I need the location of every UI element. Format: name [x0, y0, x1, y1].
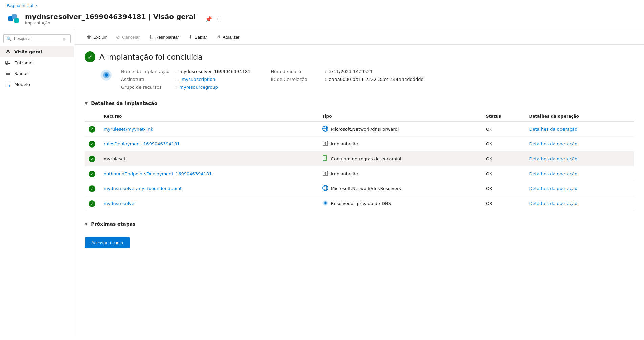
type-cell: Implantação — [318, 166, 482, 181]
resource-link[interactable]: mydnsresolver/myinboundendpoint — [104, 186, 182, 191]
sidebar-modelo-icon — [5, 82, 11, 87]
deployment-details-header[interactable]: ▼ Detalhes da implantação — [85, 100, 634, 106]
svg-rect-4 — [6, 61, 8, 64]
grupo-link[interactable]: myresourcegroup — [179, 85, 218, 90]
row-status-cell: ✓ — [85, 122, 99, 137]
nome-label: Nome da implantação — [121, 69, 175, 74]
sidebar-item-visao-geral[interactable]: Visão geral — [0, 46, 74, 57]
breadcrumb-home[interactable]: Página Inicial — [7, 3, 33, 8]
row-status-cell: ✓ — [85, 166, 99, 181]
operation-details-link[interactable]: Detalhes da operação — [529, 156, 577, 161]
excluir-label: Excluir — [93, 35, 107, 40]
details-chevron-icon: ▼ — [85, 101, 88, 106]
reimplantar-button[interactable]: ⇅ Reimplantar — [145, 32, 183, 42]
more-icon[interactable]: ··· — [215, 15, 223, 24]
status-cell: OK — [482, 196, 525, 211]
search-input[interactable] — [14, 36, 59, 41]
resource-link[interactable]: mydnsresolver — [104, 201, 136, 206]
assinatura-row: Assinatura : _mysubscription — [121, 77, 250, 82]
excluir-button[interactable]: 🗑 Excluir — [83, 32, 111, 42]
cancelar-label: Cancelar — [122, 35, 140, 40]
collapse-icon[interactable]: « — [61, 36, 68, 41]
operation-details-cell: Detalhes da operação — [525, 166, 634, 181]
operation-details-link[interactable]: Detalhes da operação — [529, 141, 577, 146]
svg-point-19 — [105, 73, 108, 77]
correlacao-label: ID de Correlação — [271, 77, 325, 82]
toolbar: 🗑 Excluir ⊘ Cancelar ⇅ Reimplantar ⬇ Bai… — [74, 29, 644, 45]
table-row: ✓ myruleset Conjunto de regras de encami… — [85, 152, 634, 166]
svg-point-36 — [325, 202, 326, 204]
header-actions: 📌 ··· — [204, 15, 223, 24]
svg-point-3 — [7, 50, 9, 52]
details-section-title: Detalhes da implantação — [91, 100, 157, 106]
row-status-cell: ✓ — [85, 152, 99, 166]
download-icon: ⬇ — [188, 34, 192, 40]
table-row: ✓ outboundEndpointsDeployment_1699046394… — [85, 166, 634, 181]
check-icon: ✓ — [89, 200, 95, 207]
next-steps-title: Próximas etapas — [91, 221, 135, 227]
assinatura-label: Assinatura — [121, 77, 175, 82]
operation-details-cell: Detalhes da operação — [525, 122, 634, 137]
baixar-button[interactable]: ⬇ Baixar — [184, 32, 211, 42]
assinatura-link[interactable]: _mysubscription — [179, 77, 215, 82]
table-row: ✓ mydnsresolver/myinboundendpoint Micros… — [85, 181, 634, 196]
success-title: A implantação foi concluída — [99, 53, 203, 61]
sidebar-visao-geral-label: Visão geral — [14, 49, 42, 54]
success-icon: ✓ — [85, 51, 95, 62]
page-header-icon — [7, 12, 20, 26]
cancel-icon: ⊘ — [116, 34, 120, 40]
resource-link[interactable]: rulesDeployment_1699046394181 — [104, 141, 180, 146]
row-status-cell: ✓ — [85, 196, 99, 211]
pin-icon[interactable]: 📌 — [204, 15, 213, 24]
type-label: Resolvedor privado de DNS — [331, 201, 391, 206]
sidebar-item-saidas[interactable]: Saídas — [0, 68, 74, 79]
svg-rect-2 — [14, 18, 19, 23]
col-detalhes-header: Detalhes da operação — [525, 111, 634, 122]
search-icon: 🔍 — [6, 36, 12, 41]
type-cell: Microsoft.Network/dnsForwardi — [318, 122, 482, 137]
content-area: ✓ A implantação foi concluída — [74, 45, 644, 255]
sidebar-entradas-label: Entradas — [14, 60, 34, 65]
resource-cell: myruleset — [99, 152, 318, 166]
deployment-table: Recurso Tipo Status Detalhes da operação… — [85, 111, 634, 211]
row-status-cell: ✓ — [85, 137, 99, 152]
page-title: mydnsresolver_1699046394181 | Visão gera… — [25, 13, 196, 21]
table-row: ✓ mydnsresolver Resolvedor privado de DN… — [85, 196, 634, 211]
atualizar-button[interactable]: ↺ Atualizar — [212, 32, 244, 42]
sidebar-search-container: 🔍 « — [3, 34, 71, 43]
sidebar-item-entradas[interactable]: Entradas — [0, 57, 74, 68]
col-status-label-header: Status — [482, 111, 525, 122]
info-right: Hora de início : 3/11/2023 14:20:21 ID d… — [271, 69, 423, 92]
reimplantar-label: Reimplantar — [155, 35, 179, 40]
check-icon: ✓ — [89, 156, 95, 162]
sidebar-item-modelo[interactable]: Modelo — [0, 79, 74, 90]
next-steps-header[interactable]: ▼ Próximas etapas — [85, 221, 634, 227]
svg-marker-16 — [9, 85, 10, 87]
operation-details-link[interactable]: Detalhes da operação — [529, 171, 577, 176]
status-cell: OK — [482, 137, 525, 152]
type-icon — [322, 200, 329, 207]
info-left: Nome da implantação : mydnsresolver_1699… — [100, 69, 250, 92]
sidebar-nav: Visão geral Entradas Saídas Modelo — [0, 46, 74, 90]
table-row: ✓ rulesDeployment_1699046394181 Implanta… — [85, 137, 634, 152]
status-cell: OK — [482, 122, 525, 137]
correlacao-row: ID de Correlação : aaaa0000-bb11-2222-33… — [271, 77, 423, 82]
cancelar-button[interactable]: ⊘ Cancelar — [112, 32, 144, 42]
operation-details-link[interactable]: Detalhes da operação — [529, 186, 577, 191]
svg-rect-1 — [12, 14, 17, 19]
operation-details-link[interactable]: Detalhes da operação — [529, 201, 577, 206]
access-resource-button[interactable]: Acessar recurso — [85, 237, 130, 248]
resource-link[interactable]: outboundEndpointsDeployment_169904639418… — [104, 171, 212, 176]
success-header: ✓ A implantação foi concluída — [85, 51, 634, 62]
atualizar-label: Atualizar — [223, 35, 240, 40]
sidebar-saidas-icon — [5, 71, 11, 76]
operation-details-cell: Detalhes da operação — [525, 196, 634, 211]
assinatura-value: _mysubscription — [179, 77, 215, 82]
type-icon — [322, 185, 329, 192]
operation-details-cell: Detalhes da operação — [525, 152, 634, 166]
operation-details-link[interactable]: Detalhes da operação — [529, 127, 577, 132]
breadcrumb-chevron: › — [36, 3, 37, 8]
correlacao-value: aaaa0000-bb11-2222-33cc-444444dddddd — [329, 77, 424, 82]
type-label: Implantação — [331, 171, 358, 176]
resource-link[interactable]: myruleset/myvnet-link — [104, 127, 153, 132]
